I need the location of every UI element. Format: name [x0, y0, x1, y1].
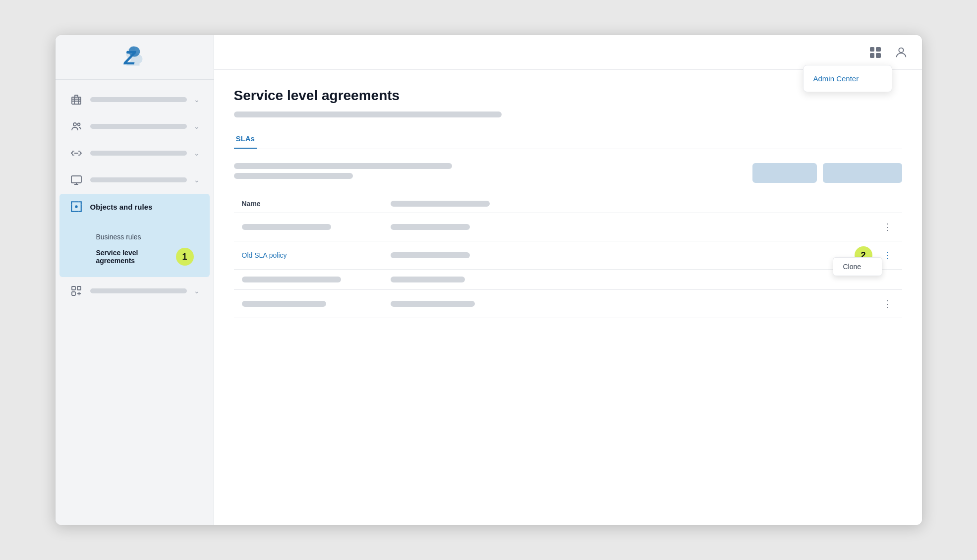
sidebar-nav: ⌄ ⌄	[56, 80, 214, 525]
sidebar-item-objects-rules[interactable]: Objects and rules Business rules Service…	[59, 194, 210, 277]
row4-name-skeleton	[242, 301, 326, 307]
arrows-icon	[69, 146, 83, 160]
row4-val-skeleton	[391, 301, 475, 307]
nav-home-chevron: ⌄	[194, 96, 200, 104]
description-skeleton	[234, 112, 502, 117]
sla-desc-line1	[234, 163, 452, 169]
building-icon	[69, 93, 83, 107]
tabs: SLAs	[234, 129, 902, 149]
table-row	[234, 270, 902, 290]
nav-apps-label-bar	[90, 288, 187, 293]
clone-menu-item[interactable]: Clone	[833, 258, 882, 276]
row3-name-cell	[242, 277, 381, 282]
page-title: Service level agreements	[234, 88, 902, 104]
sla-label: Service level agreements	[96, 249, 172, 265]
nav-apps-chevron: ⌄	[194, 287, 200, 295]
sla-description	[234, 163, 743, 179]
row3-val-skeleton	[391, 277, 465, 282]
table-header: Name	[234, 195, 902, 213]
svg-rect-9	[72, 292, 75, 295]
app-frame: Z ⌄	[55, 35, 922, 525]
context-menu: Clone	[833, 257, 882, 276]
table-row: ⋮	[234, 290, 902, 318]
sidebar-item-workspace[interactable]: ⌄	[59, 167, 210, 193]
svg-point-6	[75, 205, 77, 208]
svg-rect-2	[75, 95, 78, 97]
step1-badge: 1	[176, 248, 194, 266]
sidebar-item-apps[interactable]: ⌄	[59, 278, 210, 304]
row2-val-skeleton	[391, 252, 470, 258]
row2-more-button[interactable]: ⋮	[880, 248, 894, 262]
grid-apps-icon	[870, 47, 881, 58]
svg-rect-7	[72, 286, 75, 290]
sidebar-subitem-business-rules[interactable]: Business rules	[90, 229, 200, 244]
zendesk-logo-icon: Z	[119, 43, 149, 72]
row4-val-cell	[391, 301, 870, 307]
nav-workspace-label-bar	[90, 177, 187, 182]
apps-grid-icon	[69, 284, 83, 298]
table-row: ⋮	[234, 213, 902, 241]
row4-name-cell	[242, 301, 381, 307]
svg-text:Z: Z	[123, 47, 137, 68]
row3-name-skeleton	[242, 277, 341, 282]
monitor-icon	[69, 173, 83, 187]
grid-apps-button[interactable]	[866, 44, 884, 61]
sla-btn1-skeleton[interactable]	[752, 163, 817, 183]
nav-home-label-bar	[90, 97, 187, 102]
sidebar-subitem-sla[interactable]: Service level agreements 1	[90, 244, 200, 269]
sla-desc-line2	[234, 173, 353, 179]
admin-center-dropdown: Admin Center	[803, 65, 892, 92]
sidebar-item-objects-rules-label: Objects and rules	[90, 203, 153, 211]
row1-val-cell	[391, 224, 870, 230]
content-area: Service level agreements SLAs	[214, 70, 922, 525]
svg-point-4	[77, 123, 80, 126]
users-icon	[69, 119, 83, 133]
table-row: Old SLA policy ⋮ 2 Clone	[234, 241, 902, 270]
sla-header	[234, 163, 902, 183]
row2-val-cell	[391, 252, 870, 258]
svg-point-3	[73, 123, 76, 126]
svg-rect-1	[72, 97, 81, 104]
old-sla-policy-link[interactable]: Old SLA policy	[242, 251, 287, 259]
row4-more-button[interactable]: ⋮	[880, 297, 894, 311]
col-val-skeleton	[391, 201, 870, 207]
svg-point-10	[899, 48, 903, 52]
nav-channels-chevron: ⌄	[194, 149, 200, 157]
nav-users-chevron: ⌄	[194, 122, 200, 130]
sidebar: Z ⌄	[56, 35, 214, 525]
svg-rect-5	[71, 176, 81, 183]
nav-channels-label-bar	[90, 151, 187, 156]
user-icon	[894, 46, 908, 59]
row1-name-skeleton	[242, 224, 331, 230]
col-name-label: Name	[242, 200, 381, 208]
nav-sub-objects-rules: Business rules Service level agreements …	[69, 227, 200, 271]
objects-rules-icon	[69, 200, 83, 214]
user-profile-button[interactable]	[892, 44, 910, 61]
sla-table: Name ⋮	[234, 195, 902, 318]
admin-center-link[interactable]: Admin Center	[804, 69, 892, 88]
main-content: Admin Center Service level agreements SL…	[214, 35, 922, 525]
row2-name-cell: Old SLA policy	[242, 251, 381, 260]
topbar: Admin Center	[214, 35, 922, 70]
row1-val-skeleton	[391, 224, 470, 230]
nav-workspace-chevron: ⌄	[194, 176, 200, 184]
nav-users-label-bar	[90, 124, 187, 129]
sidebar-logo: Z	[56, 35, 214, 80]
row3-val-cell	[391, 277, 870, 282]
sidebar-item-home[interactable]: ⌄	[59, 87, 210, 112]
tab-slas[interactable]: SLAs	[234, 129, 257, 149]
sla-btn2-skeleton[interactable]	[823, 163, 902, 183]
col-val-header-skeleton	[391, 201, 490, 207]
svg-rect-8	[77, 286, 81, 290]
row1-name-cell	[242, 224, 381, 230]
sidebar-item-users[interactable]: ⌄	[59, 113, 210, 139]
sla-buttons	[752, 163, 902, 183]
row1-more-button[interactable]: ⋮	[880, 220, 894, 234]
sidebar-item-channels[interactable]: ⌄	[59, 140, 210, 166]
